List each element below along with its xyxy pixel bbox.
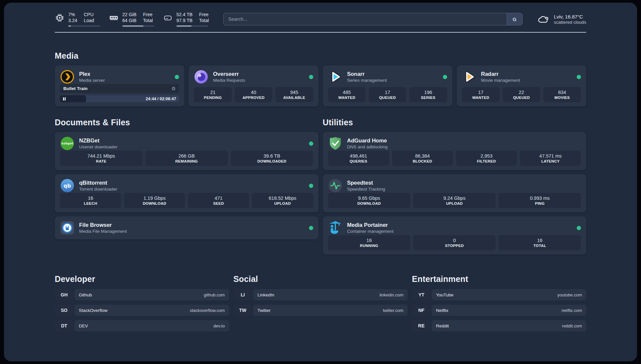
stat-box: 471SEED [188,193,249,208]
bookmark-name: StackOverflow [79,308,107,313]
app-name: NZBGet [79,137,117,144]
status-dot [309,141,313,146]
bookmark-link[interactable]: GHGithubgithub.com [55,289,229,300]
status-dot [577,226,581,230]
bookmark-abbr-badge: LI [233,289,252,300]
radarr-icon [462,70,476,84]
bookmark-url: stackoverflow.com [190,308,225,313]
media-card-grid: PlexMedia serverBullet Train⚙24:44 / 02:… [55,65,586,106]
stat-value: 9.65 Gbps [358,196,380,201]
system-stats: 7%3.24CPULoad22 GiB64 GiBFreeTotal52.4 T… [55,12,209,27]
bookmark-section: SocialLILinkedInlinkedin.comTWTwittertwi… [233,274,408,316]
stat-progress-fill [122,25,143,27]
stat-label: LATENCY [541,159,560,163]
bookmark-name: Reddit [436,323,449,328]
bookmark-abbr-badge: YT [412,289,431,300]
bookmark-name: DEV [79,323,88,328]
bookmark-url: dev.to [213,323,225,328]
app-card[interactable]: AdGuard HomeDNS and adblocking498,461QUE… [323,132,587,170]
bookmark-link[interactable]: DTDEVdev.to [55,320,229,331]
app-text: NZBGetUsenet downloader [79,137,117,150]
stat-value: 39.6 TB [263,153,280,159]
app-stats: 17WANTED22QUEUED834MOVIES [462,87,581,102]
now-playing-bar: Bullet Train⚙ [60,84,179,93]
svg-text:nzbget: nzbget [61,141,73,145]
app-card[interactable]: PlexMedia serverBullet Train⚙24:44 / 02:… [55,65,184,106]
seek-progress-fill [60,95,86,102]
stat-box: 17WANTED [462,87,500,102]
stat-value: 22 [519,90,524,95]
stat-label: BLOCKED [413,159,432,163]
bookmark-link[interactable]: YTYouTubeyoutube.com [412,289,586,300]
stat-label: UPLOAD [446,201,463,205]
status-dot [309,184,313,188]
bookmark-link[interactable]: TWTwittertwitter.com [233,305,408,316]
app-text: File BrowserMedia File Management [79,222,127,234]
qbittorrent-icon: qb [60,178,75,193]
stat-progress-track [176,25,208,27]
stat-label: FILTERED [477,159,496,163]
stat-value: 744.21 Mbps [87,153,115,159]
nzbget-icon: nzbget [60,136,75,151]
bookmark-sections: DeveloperGHGithubgithub.comSOStackOverfl… [55,274,586,345]
stat-label: DOWNLOADED [258,159,287,163]
stat-box: 2,953FILTERED [456,151,517,166]
app-text: qBittorrentTorrent downloader [79,180,117,192]
bookmark-url: netflix.com [562,308,582,313]
weather-location-temp: Lviv, 16.87°C [554,14,586,19]
app-card[interactable]: nzbgetNZBGetUsenet downloader744.21 Mbps… [55,132,319,170]
section-title-utilities: Utilities [323,118,587,127]
app-card[interactable]: Media PortainerContainer management16RUN… [323,216,587,255]
stat-label: REMAINING [175,159,198,163]
bookmark-url: twitter.com [383,308,403,313]
stat-box: 21PENDING [194,87,231,102]
status-dot [309,226,313,230]
stat-value: 17 [478,90,483,95]
stat-value-top: 7% [68,12,77,17]
app-name: AdGuard Home [347,137,388,144]
bookmark-link[interactable]: RERedditreddit.com [412,320,586,331]
stat-label-top: CPU [84,12,94,17]
app-name: Sonarr [347,71,387,77]
app-card[interactable]: RadarrMovie management17WANTED22QUEUED83… [457,65,586,106]
stat-label: WANTED [338,96,355,100]
stat-value: 485 [343,90,351,95]
app-card[interactable]: OverseerrMedia Requests21PENDING40APPROV… [189,65,318,106]
utilities-card-list: AdGuard HomeDNS and adblocking498,461QUE… [323,132,587,255]
stat-value: 9.24 Gbps [443,196,466,201]
gear-icon[interactable]: ⚙ [171,86,176,91]
search-input[interactable] [223,13,522,25]
stat-value-bottom: 64 GiB [122,17,137,23]
stat-value-top: 52.4 TB [176,12,193,17]
stat-value-top: 22 GiB [122,12,137,17]
app-text: SonarrSeries management [347,71,387,83]
stat-label-bottom: Total [199,17,209,23]
app-text: RadarrMovie management [481,71,520,83]
bookmark-link[interactable]: SOStackOverflowstackoverflow.com [55,305,229,316]
stat-label: SERIES [421,96,436,100]
status-dot [309,75,313,79]
stat-value: 16 [537,238,542,243]
stat-label: PING [535,201,544,205]
stat-box: 16LEECH [60,193,121,208]
seek-bar[interactable]: 24:44 / 02:06:47 [60,95,179,102]
stat-box: 22QUEUED [503,87,540,102]
stat-value: 0.993 ms [530,196,550,201]
stat-box: 945AVAILABLE [275,87,313,102]
stat-value: 2,953 [480,153,492,159]
app-stats: 485WANTED17QUEUED196SERIES [328,87,447,102]
speedtest-icon [328,178,343,193]
stat-box: 39.6 TBDOWNLOADED [231,151,313,166]
app-card[interactable]: SonarrSeries management485WANTED17QUEUED… [323,65,452,106]
app-card[interactable]: qbqBittorrentTorrent downloader16LEECH1.… [55,174,319,212]
section-media: Media PlexMedia serverBullet Train⚙24:44… [55,51,586,106]
app-card[interactable]: File BrowserMedia File Management [55,216,319,239]
stat-progress-fill [68,25,71,27]
bookmark-link[interactable]: NFNetflixnetflix.com [412,305,586,316]
bookmark-url: linkedin.com [380,292,403,297]
bookmark-link[interactable]: LILinkedInlinkedin.com [233,289,408,300]
stat-value: 47.571 ms [539,153,562,159]
search-engine-button[interactable]: G [507,13,522,25]
app-card[interactable]: SpeedtestSpeedtest Tracking9.65 GbpsDOWN… [323,174,587,212]
stat-value: 0 [453,238,456,243]
